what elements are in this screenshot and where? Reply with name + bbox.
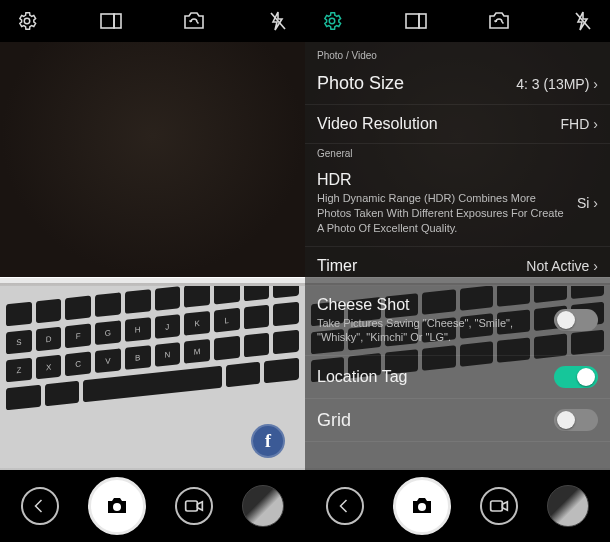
svg-point-6 <box>329 18 335 24</box>
setting-title: Grid <box>317 410 351 431</box>
setting-hdr[interactable]: HDR High Dynamic Range (HDR) Combines Mo… <box>305 161 610 247</box>
facebook-badge-icon[interactable]: f <box>251 424 285 458</box>
aspect-icon[interactable] <box>403 8 429 34</box>
toggle-grid[interactable] <box>554 409 598 431</box>
switch-camera-icon[interactable] <box>181 8 207 34</box>
settings-icon[interactable] <box>319 8 345 34</box>
setting-title: Cheese Shot <box>317 296 546 314</box>
aspect-icon[interactable] <box>98 8 124 34</box>
setting-title: Video Resolution <box>317 115 438 133</box>
camera-preview[interactable]: SDFGHJKL ZXCVBNM f <box>0 42 305 470</box>
setting-title: Timer <box>317 257 357 275</box>
setting-video-resolution[interactable]: Video Resolution FHD› <box>305 105 610 144</box>
section-header-photo-video: Photo / Video <box>305 46 610 63</box>
setting-value: FHD› <box>561 116 598 132</box>
setting-cheese-shot[interactable]: Cheese Shot Take Pictures Saving "Cheese… <box>305 286 610 357</box>
top-bar <box>0 0 305 42</box>
svg-rect-8 <box>419 14 426 28</box>
flash-off-icon[interactable] <box>570 8 596 34</box>
setting-title: Photo Size <box>317 73 404 94</box>
settings-panel: Photo / Video Photo Size 4: 3 (13MP)› Vi… <box>305 42 610 470</box>
setting-title: HDR <box>317 171 569 189</box>
camera-screen-left: SDFGHJKL ZXCVBNM f <box>0 0 305 542</box>
flash-off-icon[interactable] <box>265 8 291 34</box>
setting-title: Location Tag <box>317 368 407 386</box>
switch-camera-icon[interactable] <box>486 8 512 34</box>
section-header-general: General <box>305 144 610 161</box>
back-button[interactable] <box>326 487 364 525</box>
toggle-location-tag[interactable] <box>554 366 598 388</box>
svg-point-0 <box>24 18 30 24</box>
setting-value: Si› <box>577 195 598 211</box>
settings-icon[interactable] <box>14 8 40 34</box>
svg-rect-2 <box>114 14 121 28</box>
setting-value: 4: 3 (13MP)› <box>516 76 598 92</box>
gallery-thumbnail[interactable] <box>547 485 589 527</box>
video-mode-button[interactable] <box>480 487 518 525</box>
svg-point-10 <box>418 503 426 511</box>
camera-screen-right: Photo / Video Photo Size 4: 3 (13MP)› Vi… <box>305 0 610 542</box>
top-bar <box>305 0 610 42</box>
svg-rect-5 <box>186 501 198 511</box>
back-button[interactable] <box>21 487 59 525</box>
svg-rect-11 <box>491 501 503 511</box>
chevron-right-icon: › <box>593 258 598 274</box>
video-mode-button[interactable] <box>175 487 213 525</box>
setting-subtitle: Take Pictures Saving "Cheese", "Smile", … <box>317 316 546 346</box>
shutter-button[interactable] <box>393 477 451 535</box>
toggle-cheese-shot[interactable] <box>554 309 598 331</box>
setting-location-tag[interactable]: Location Tag <box>305 356 610 399</box>
setting-value: Not Active› <box>526 258 598 274</box>
chevron-right-icon: › <box>593 76 598 92</box>
setting-subtitle: High Dynamic Range (HDR) Combines More P… <box>317 191 569 236</box>
bottom-bar <box>0 470 305 542</box>
setting-timer[interactable]: Timer Not Active› <box>305 247 610 286</box>
svg-rect-7 <box>406 14 419 28</box>
chevron-right-icon: › <box>593 195 598 211</box>
setting-photo-size[interactable]: Photo Size 4: 3 (13MP)› <box>305 63 610 105</box>
svg-point-4 <box>113 503 121 511</box>
setting-grid[interactable]: Grid <box>305 399 610 442</box>
chevron-right-icon: › <box>593 116 598 132</box>
gallery-thumbnail[interactable] <box>242 485 284 527</box>
svg-rect-1 <box>101 14 114 28</box>
bottom-bar <box>305 470 610 542</box>
shutter-button[interactable] <box>88 477 146 535</box>
